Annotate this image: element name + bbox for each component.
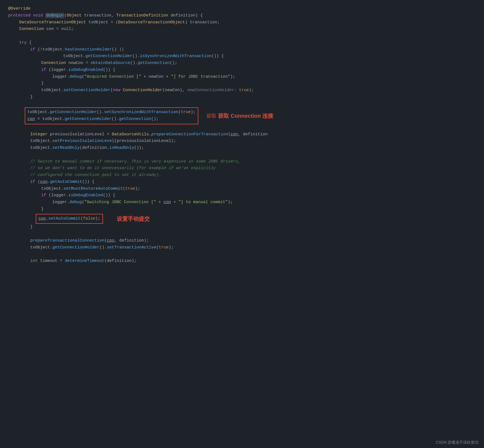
line-setreadonly: txObject.setReadOnly(definition.isReadOn…: [8, 145, 476, 152]
annotation-override: @Override: [8, 6, 30, 11]
line-dobegin-sig: protected void doBegin(Object transactio…: [8, 12, 476, 19]
line-override: @Override: [8, 5, 476, 12]
line-settransactionactive: txObject.getConnectionHolder().setTransa…: [8, 244, 476, 251]
line-comment2: // so we don't want to do it unnecessari…: [8, 165, 476, 172]
line-txobject-decl: DataSourceTransactionObject txObject = (…: [8, 19, 476, 26]
line-logger-switching: logger.debug("Switching JDBC Connection …: [8, 199, 476, 206]
line-close-if1: }: [8, 94, 476, 101]
autocommit-box: con.setAutoCommit(false);: [36, 214, 103, 224]
line-if-txobj: if (!txObject.hasConnectionHolder() ||: [8, 46, 476, 53]
line-setautocommit: con.setAutoCommit(false);: [38, 215, 100, 222]
line-prepare-transactional: prepareTransactionalConnection(con, defi…: [8, 237, 476, 244]
blank-3: [8, 124, 476, 131]
blank-2: [8, 101, 476, 108]
line-setmust: txObject.setMustRestoreAutoCommit(true);: [8, 186, 476, 192]
autocommit-annotation: 设置手动提交: [117, 214, 150, 223]
line-timeout: int timeout = determineTimeout(definitio…: [8, 258, 476, 265]
footer: CSDN @魔道不误砍柴功: [436, 439, 479, 445]
line-if-autocommit: if (con.getAutoCommit()) {: [8, 179, 476, 186]
red-box-autocommit: con.setAutoCommit(false); 设置手动提交: [8, 214, 476, 224]
red-box-connection: txObject.getConnectionHolder().setSynchr…: [8, 107, 476, 124]
line-newcon: Connection newCon = obtainDataSource().g…: [8, 60, 476, 67]
line-comment3: // configured the connection pool to set…: [8, 172, 476, 179]
line-getcon: con = txObject.getConnectionHolder().get…: [27, 116, 196, 123]
blank-6: [8, 251, 476, 258]
line-comment1: // Switch to manual commit if necessary.…: [8, 158, 476, 165]
connection-box: txObject.getConnectionHolder().setSynchr…: [25, 107, 198, 124]
line-con-decl: Connection con = null;: [8, 26, 476, 33]
line-close-if-autocommit: }: [8, 224, 476, 231]
blank-1: [8, 33, 476, 40]
line-setsynced: txObject.getConnectionHolder().setSynchr…: [27, 109, 196, 116]
line-try: try {: [8, 40, 476, 46]
line-close-debug2: }: [8, 206, 476, 213]
line-isolation: Integer previousIsolationLevel = DataSou…: [8, 131, 476, 138]
code-container: @Override protected void doBegin(Object …: [0, 0, 484, 270]
line-setprevious: txObject.setPreviousIsolationLevel(previ…: [8, 138, 476, 145]
blank-4: [8, 152, 476, 158]
line-if-debug2: if (logger.isDebugEnabled()) {: [8, 192, 476, 199]
line-if-debug1: if (logger.isDebugEnabled()) {: [8, 67, 476, 74]
line-setconholder: txObject.setConnectionHolder(new Connect…: [8, 87, 476, 94]
line-close-debug1: }: [8, 80, 476, 87]
line-issynced: txObject.getConnectionHolder().isSynchro…: [8, 53, 476, 60]
connection-annotation: 获取 获取 Connection 连接: [207, 111, 273, 120]
line-logger-acquired: logger.debug("Acquired Connection [" + n…: [8, 74, 476, 80]
blank-5: [8, 231, 476, 237]
